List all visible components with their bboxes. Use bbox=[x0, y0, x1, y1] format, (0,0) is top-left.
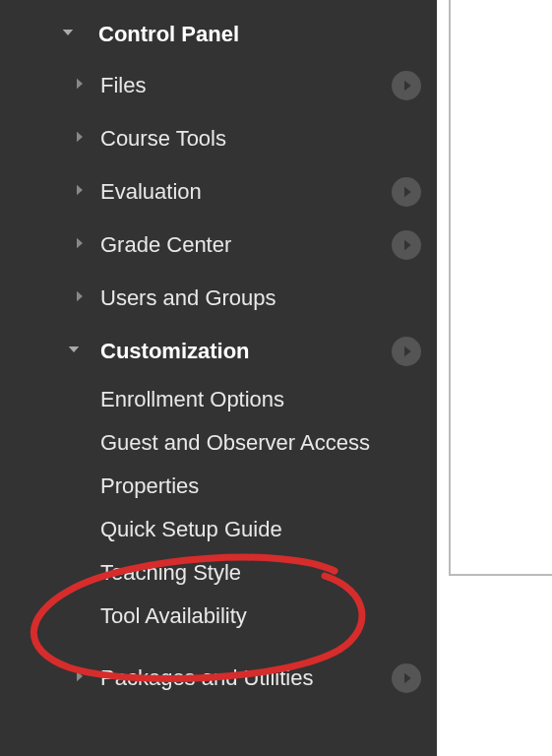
menu-item-label: Packages and Utilities bbox=[100, 665, 313, 691]
sub-item-label: Guest and Observer Access bbox=[100, 430, 370, 455]
control-panel-sidebar: Control Panel Files Course Tools Evaluat… bbox=[0, 0, 437, 756]
menu-item-course-tools[interactable]: Course Tools bbox=[0, 112, 437, 165]
control-panel-header[interactable]: Control Panel bbox=[0, 10, 437, 59]
menu-item-label: Course Tools bbox=[100, 126, 226, 152]
caret-right-icon bbox=[71, 285, 89, 311]
menu-item-label: Grade Center bbox=[100, 232, 231, 258]
menu-item-label: Users and Groups bbox=[100, 285, 276, 311]
menu-item-label: Files bbox=[100, 73, 146, 98]
sub-item-teaching-style[interactable]: Teaching Style bbox=[0, 551, 437, 595]
sub-item-label: Teaching Style bbox=[100, 560, 241, 585]
caret-right-icon bbox=[71, 73, 89, 98]
sub-item-label: Enrollment Options bbox=[100, 387, 284, 411]
sub-item-label: Tool Availability bbox=[100, 603, 247, 628]
sub-item-guest-observer-access[interactable]: Guest and Observer Access bbox=[0, 421, 437, 465]
sub-item-label: Quick Setup Guide bbox=[100, 517, 282, 541]
menu-item-users-groups[interactable]: Users and Groups bbox=[0, 272, 437, 325]
right-panel bbox=[449, 0, 552, 576]
caret-right-icon bbox=[71, 179, 89, 205]
menu-item-evaluation[interactable]: Evaluation bbox=[0, 165, 437, 219]
menu-item-label: Evaluation bbox=[100, 179, 202, 205]
menu-item-label: Customization bbox=[100, 339, 250, 364]
control-panel-title: Control Panel bbox=[98, 22, 239, 47]
menu-item-grade-center[interactable]: Grade Center bbox=[0, 219, 437, 272]
caret-down-icon bbox=[65, 339, 83, 364]
caret-right-icon bbox=[71, 126, 89, 152]
sub-item-label: Properties bbox=[100, 473, 199, 498]
arrow-right-circle-icon[interactable] bbox=[392, 71, 421, 100]
sub-item-enrollment-options[interactable]: Enrollment Options bbox=[0, 378, 437, 421]
sub-item-properties[interactable]: Properties bbox=[0, 465, 437, 508]
arrow-right-circle-icon[interactable] bbox=[392, 230, 421, 260]
arrow-right-circle-icon[interactable] bbox=[392, 337, 421, 366]
menu-item-files[interactable]: Files bbox=[0, 59, 437, 112]
arrow-right-circle-icon[interactable] bbox=[392, 177, 421, 207]
caret-right-icon bbox=[71, 665, 89, 691]
caret-right-icon bbox=[71, 232, 89, 258]
sub-item-tool-availability[interactable]: Tool Availability bbox=[0, 595, 437, 638]
arrow-right-circle-icon[interactable] bbox=[392, 663, 421, 693]
caret-down-icon bbox=[59, 22, 77, 47]
sub-item-quick-setup-guide[interactable]: Quick Setup Guide bbox=[0, 508, 437, 551]
menu-item-packages-utilities[interactable]: Packages and Utilities bbox=[0, 652, 437, 705]
menu-item-customization[interactable]: Customization bbox=[0, 325, 437, 378]
